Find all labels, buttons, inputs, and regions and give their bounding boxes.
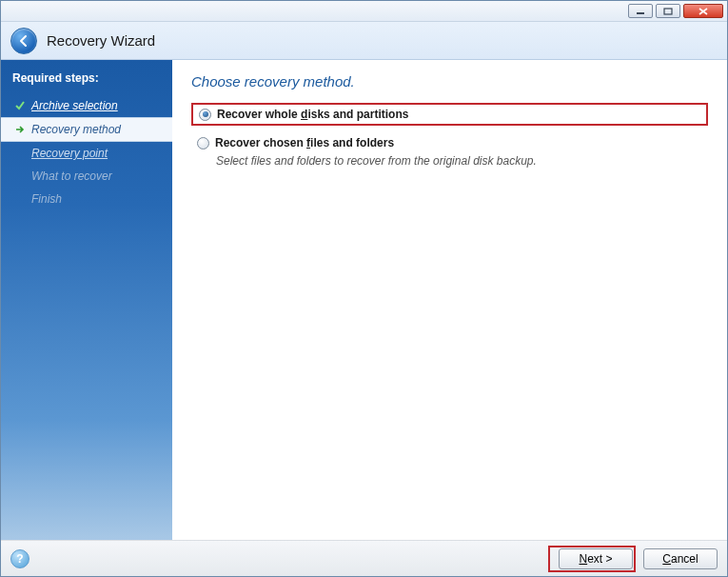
- step-label: Recovery method: [31, 123, 121, 136]
- step-what-to-recover: What to recover: [1, 165, 172, 188]
- svg-rect-0: [637, 12, 644, 14]
- wizard-footer: ? Next > Cancel: [1, 540, 727, 576]
- step-label: What to recover: [31, 169, 112, 183]
- back-button[interactable]: [10, 28, 37, 54]
- step-label: Finish: [31, 192, 62, 206]
- sidebar-heading: Required steps:: [1, 68, 172, 94]
- cancel-button[interactable]: Cancel: [643, 548, 718, 569]
- check-icon: [14, 100, 26, 111]
- content-area: Choose recovery method. Recover whole di…: [172, 60, 727, 540]
- back-arrow-icon: [17, 34, 30, 48]
- help-button[interactable]: ?: [10, 549, 30, 568]
- step-archive-selection[interactable]: Archive selection: [1, 94, 172, 117]
- step-finish: Finish: [1, 188, 172, 210]
- maximize-icon: [663, 8, 673, 15]
- help-icon: ?: [16, 552, 23, 566]
- option-recover-disks[interactable]: Recover whole disks and partitions: [191, 103, 708, 126]
- svg-rect-1: [664, 9, 672, 14]
- radio-icon: [197, 137, 209, 149]
- next-button[interactable]: Next >: [559, 548, 633, 569]
- steps-sidebar: Required steps: Archive selection Recove…: [1, 60, 172, 540]
- maximize-button[interactable]: [656, 4, 680, 18]
- close-button[interactable]: [683, 4, 723, 18]
- close-icon: [698, 7, 709, 16]
- radio-icon: [199, 109, 211, 121]
- minimize-icon: [636, 8, 645, 15]
- wizard-title: Recovery Wizard: [47, 32, 155, 49]
- step-recovery-point[interactable]: Recovery point: [1, 142, 172, 165]
- content-heading: Choose recovery method.: [191, 73, 708, 90]
- wizard-header: Recovery Wizard: [1, 22, 727, 60]
- option-label: Recover whole disks and partitions: [217, 108, 408, 121]
- option-label: Recover chosen files and folders: [215, 136, 394, 149]
- window-titlebar: [1, 1, 727, 22]
- arrow-right-icon: [14, 124, 26, 135]
- step-label: Archive selection: [31, 99, 118, 112]
- step-label: Recovery point: [31, 147, 108, 160]
- option-description: Select files and folders to recover from…: [216, 154, 708, 168]
- step-recovery-method[interactable]: Recovery method: [1, 117, 172, 142]
- option-recover-files[interactable]: Recover chosen files and folders: [191, 133, 708, 152]
- minimize-button[interactable]: [628, 4, 653, 18]
